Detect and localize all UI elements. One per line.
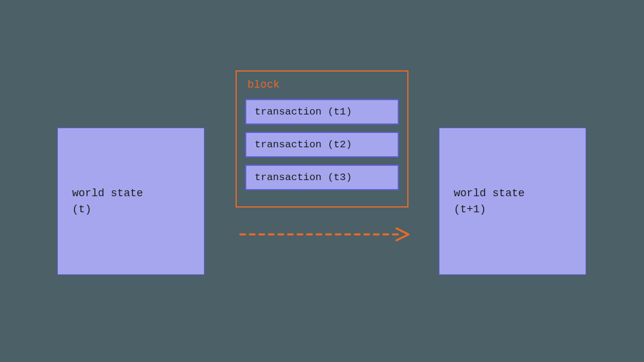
block-title: block [245, 79, 399, 92]
arrow-icon [239, 227, 412, 242]
world-state-before-label-line1: world state [72, 185, 190, 201]
world-state-before-box: world state (t) [57, 128, 205, 275]
world-state-after-box: world state (t+1) [439, 128, 586, 275]
block-container: block transaction (t1) transaction (t2) … [236, 70, 408, 208]
transaction-item: transaction (t3) [245, 165, 399, 190]
transaction-item: transaction (t1) [245, 99, 399, 125]
world-state-after-label-line2: (t+1) [454, 202, 571, 217]
transaction-item: transaction (t2) [245, 132, 399, 157]
world-state-before-label-line2: (t) [72, 202, 190, 217]
world-state-after-label-line1: world state [454, 185, 571, 201]
diagram-canvas: world state (t) block transaction (t1) t… [0, 0, 644, 362]
